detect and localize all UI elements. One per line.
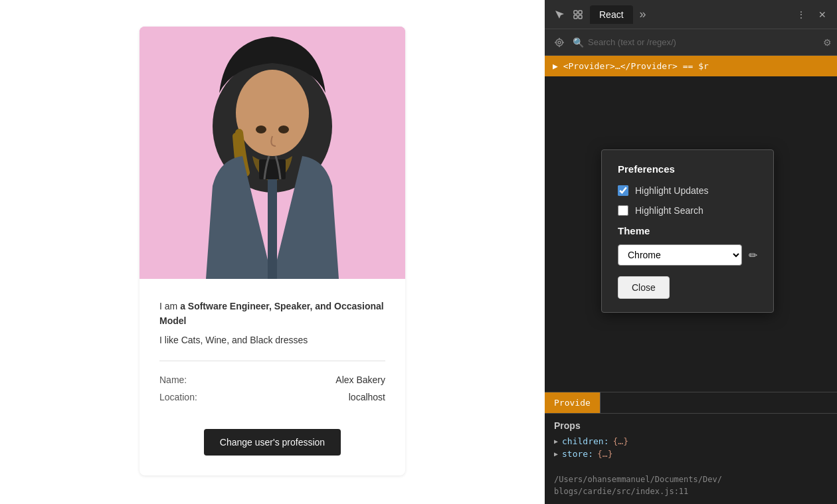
devtools-panel: React » ⋮ ✕ 🔍 ⚙ ▶ <Provider>…</Provider>… [545, 0, 837, 504]
svg-rect-10 [579, 15, 582, 19]
highlight-updates-label: Highlight Updates [635, 185, 709, 196]
devtools-content: Preferences Highlight Updates Highlight … [545, 76, 837, 392]
provider-row[interactable]: ▶ <Provider>…</Provider> == $r [545, 56, 837, 76]
svg-point-3 [256, 126, 266, 133]
file-path: /Users/ohansemmanuel/Documents/Dev/ blog… [545, 468, 837, 504]
highlight-search-row: Highlight Search [618, 205, 757, 216]
profile-image [140, 27, 405, 279]
devtools-search-bar: 🔍 ⚙ [545, 29, 837, 56]
props-title: Props [554, 420, 828, 431]
theme-edit-icon[interactable]: ✏ [749, 249, 757, 262]
devtools-header: React » ⋮ ✕ [545, 0, 837, 29]
devtools-bottom: Provide Props ▶ children: {…} ▶ store: {… [545, 392, 837, 504]
svg-point-11 [556, 39, 563, 46]
devtools-actions: ⋮ ✕ [792, 5, 832, 24]
profile-actions: Change user's profession [140, 422, 405, 475]
prop-store-value: {…} [597, 449, 612, 459]
prop-store-key: store: [562, 449, 593, 459]
component-icon[interactable] [569, 5, 587, 24]
name-field: Name: Alex Bakery [159, 375, 385, 385]
prop-children-value: {…} [612, 436, 628, 446]
search-icon: 🔍 [573, 37, 584, 48]
preferences-popup: Preferences Highlight Updates Highlight … [601, 149, 774, 313]
svg-point-4 [278, 126, 289, 133]
person-illustration [140, 27, 405, 279]
close-button[interactable]: Close [618, 276, 670, 299]
prop-children-key: children: [562, 436, 608, 446]
prop-arrow-children: ▶ [554, 438, 558, 445]
profile-info: I am a Software Engineer, Speaker, and O… [140, 279, 405, 422]
left-panel: I am a Software Engineer, Speaker, and O… [0, 0, 545, 504]
highlight-search-checkbox[interactable] [618, 205, 628, 216]
bio-text: I am a Software Engineer, Speaker, and O… [159, 299, 385, 329]
preferences-title: Preferences [618, 163, 757, 175]
svg-point-2 [236, 70, 309, 156]
highlight-updates-checkbox[interactable] [618, 185, 628, 196]
location-field: Location: localhost [159, 392, 385, 402]
close-devtools-icon[interactable]: ✕ [813, 5, 832, 24]
prop-arrow-store: ▶ [554, 450, 558, 458]
theme-label: Theme [618, 225, 757, 236]
profile-divider [159, 361, 385, 361]
search-input[interactable] [588, 37, 819, 47]
like-text: I like Cats, Wine, and Black dresses [159, 333, 385, 347]
svg-rect-9 [574, 15, 577, 19]
highlight-search-label: Highlight Search [635, 205, 703, 216]
profile-card: I am a Software Engineer, Speaker, and O… [140, 27, 405, 475]
react-tab[interactable]: React [590, 5, 633, 24]
prop-children-row: ▶ children: {…} [554, 436, 828, 446]
provider-tab-row: Provide [545, 392, 837, 414]
overflow-menu-icon[interactable]: ⋮ [792, 5, 810, 24]
more-tabs[interactable]: » [636, 7, 650, 21]
provider-tab[interactable]: Provide [545, 392, 601, 413]
highlight-updates-row: Highlight Updates [618, 185, 757, 196]
props-section: Props ▶ children: {…} ▶ store: {…} [545, 414, 837, 468]
prop-store-row: ▶ store: {…} [554, 449, 828, 459]
svg-rect-7 [574, 11, 577, 14]
cursor-icon[interactable] [550, 5, 569, 24]
target-icon[interactable] [550, 33, 569, 52]
svg-point-12 [558, 41, 561, 44]
settings-icon[interactable]: ⚙ [823, 37, 832, 48]
svg-rect-6 [259, 159, 286, 179]
theme-select[interactable]: Chrome Dark Light [618, 244, 742, 266]
theme-row: Chrome Dark Light ✏ [618, 244, 757, 266]
change-profession-button[interactable]: Change user's profession [204, 429, 341, 456]
svg-rect-8 [579, 11, 582, 14]
